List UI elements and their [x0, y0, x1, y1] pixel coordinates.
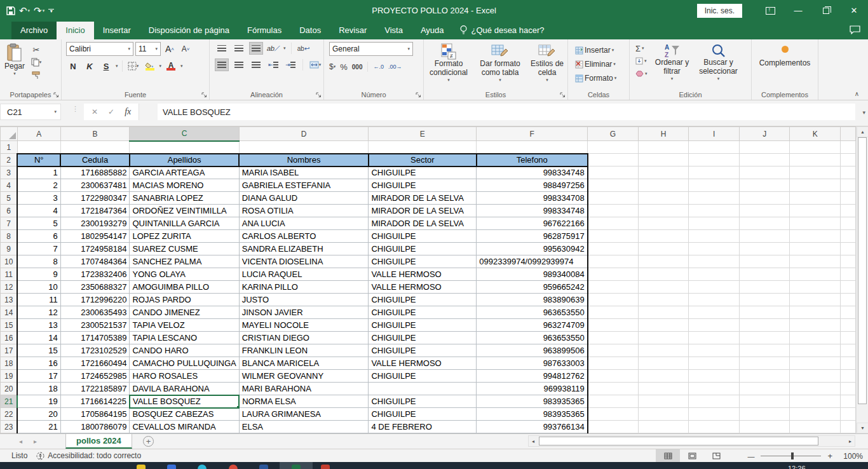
underline-button[interactable]: S [99, 60, 113, 72]
percent-format-icon[interactable]: % [340, 60, 348, 73]
cell-J3[interactable] [739, 167, 790, 179]
cell-K9[interactable] [790, 243, 841, 255]
cell-C5[interactable]: SANABRIA LOPEZ [130, 192, 239, 205]
cell-filler-13[interactable] [841, 294, 856, 306]
scroll-left-icon[interactable]: ◂ [529, 436, 538, 446]
cell-C9[interactable]: SUAREZ CUSME [130, 243, 239, 255]
cell-H10[interactable] [638, 255, 689, 268]
row-header-11[interactable]: 11 [1, 268, 18, 281]
row-header-9[interactable]: 9 [1, 243, 18, 255]
cell-filler-10[interactable] [841, 255, 856, 268]
row-header-17[interactable]: 17 [1, 344, 18, 357]
cell-C10[interactable]: SANCHEZ PALMA [130, 255, 239, 268]
cell-K1[interactable] [790, 141, 841, 154]
cell-A15[interactable]: 13 [17, 319, 60, 332]
cell-K21[interactable] [790, 395, 841, 408]
taskbar-app-icon[interactable] [137, 465, 146, 469]
cell-H6[interactable] [638, 205, 689, 217]
sheet-tab-pollos-2024[interactable]: pollos 2024 [65, 434, 132, 449]
cell-J10[interactable] [739, 255, 790, 268]
cell-J4[interactable] [739, 179, 790, 192]
cell-H5[interactable] [638, 192, 689, 205]
cell-A19[interactable]: 17 [17, 370, 60, 383]
cell-J18[interactable] [739, 357, 790, 370]
column-header-D[interactable]: D [239, 127, 369, 141]
cell-H11[interactable] [638, 268, 689, 281]
cell-K5[interactable] [790, 192, 841, 205]
cell-filler-21[interactable] [841, 395, 856, 408]
cell-G18[interactable] [588, 357, 639, 370]
cell-B20[interactable]: 1722185897 [60, 383, 130, 395]
cell-B4[interactable]: 2300637481 [60, 179, 130, 192]
cell-K18[interactable] [790, 357, 841, 370]
taskbar-app-icon[interactable] [259, 465, 268, 469]
row-header-7[interactable]: 7 [1, 217, 18, 230]
cell-filler-19[interactable] [841, 370, 856, 383]
cell-B5[interactable]: 1722980347 [60, 192, 130, 205]
cell-I12[interactable] [689, 281, 740, 294]
number-dialog-launcher-icon[interactable] [416, 92, 421, 98]
cell-J21[interactable] [739, 395, 790, 408]
cell-C18[interactable]: CAMACHO PULLUQUINGA [130, 357, 239, 370]
cell-I19[interactable] [689, 370, 740, 383]
cell-F1[interactable] [477, 141, 588, 154]
cell-filler-23[interactable] [841, 421, 856, 433]
row-header-22[interactable]: 22 [1, 408, 18, 421]
cell-E8[interactable]: CHIGUILPE [369, 230, 477, 243]
cell-H2[interactable] [638, 154, 689, 167]
wrap-text-icon[interactable]: ab↩ [297, 42, 311, 55]
column-header-C[interactable]: C [130, 127, 239, 141]
cell-D6[interactable]: ROSA OTILIA [239, 205, 369, 217]
cell-J14[interactable] [739, 306, 790, 319]
cell-B23[interactable]: 1800786079 [60, 421, 130, 433]
row-header-10[interactable]: 10 [1, 255, 18, 268]
cell-B12[interactable]: 2350688327 [60, 281, 130, 294]
cell-filler-1[interactable] [841, 141, 856, 154]
cell-B3[interactable]: 1716885882 [60, 167, 130, 179]
cell-D18[interactable]: BLANCA MARICELA [239, 357, 369, 370]
cell-filler-6[interactable] [841, 205, 856, 217]
cell-F9[interactable]: 995630942 [477, 243, 588, 255]
increase-font-icon[interactable]: A˄ [163, 43, 177, 55]
cell-J20[interactable] [739, 383, 790, 395]
align-left-icon[interactable] [215, 58, 229, 71]
cell-A5[interactable]: 3 [17, 192, 60, 205]
cell-F14[interactable]: 963653550 [477, 306, 588, 319]
fill-handle[interactable] [236, 405, 239, 408]
cell-D10[interactable]: VICENTA DIOSELINA [239, 255, 369, 268]
cell-filler-2[interactable] [841, 154, 856, 167]
cell-D14[interactable]: JINSON JAVIER [239, 306, 369, 319]
cell-H19[interactable] [638, 370, 689, 383]
cell-K4[interactable] [790, 179, 841, 192]
expand-formula-bar-icon[interactable]: ▾ [862, 109, 865, 116]
format-painter-icon[interactable] [29, 69, 43, 81]
name-box[interactable]: C21▾ [0, 104, 61, 120]
cell-J7[interactable] [739, 217, 790, 230]
cell-I9[interactable] [689, 243, 740, 255]
cell-D17[interactable]: FRANKLIN LEON [239, 344, 369, 357]
cell-E20[interactable] [369, 383, 477, 395]
column-header-I[interactable]: I [689, 127, 740, 141]
column-header-filler[interactable] [841, 127, 856, 141]
cell-filler-20[interactable] [841, 383, 856, 395]
cell-D4[interactable]: GABRIELA ESTEFANIA [239, 179, 369, 192]
font-size-select[interactable]: 11▾ [135, 42, 161, 56]
fill-color-icon[interactable]: ▾ [143, 60, 157, 72]
cell-filler-3[interactable] [841, 167, 856, 179]
cell-filler-4[interactable] [841, 179, 856, 192]
cell-A6[interactable]: 4 [17, 205, 60, 217]
cell-A23[interactable]: 21 [17, 421, 60, 433]
cell-G8[interactable] [588, 230, 639, 243]
normal-view-button[interactable] [656, 449, 680, 463]
cell-E19[interactable]: CHIGUILPE [369, 370, 477, 383]
cell-C22[interactable]: BOSQUEZ CABEZAS [130, 408, 239, 421]
font-dialog-launcher-icon[interactable] [201, 92, 207, 98]
cell-H12[interactable] [638, 281, 689, 294]
cell-G11[interactable] [588, 268, 639, 281]
column-header-F[interactable]: F [477, 127, 588, 141]
format-cells-button[interactable]: Formato▾ [573, 71, 629, 85]
cell-filler-5[interactable] [841, 192, 856, 205]
cell-I8[interactable] [689, 230, 740, 243]
column-header-G[interactable]: G [588, 127, 639, 141]
cell-F3[interactable]: 998334748 [477, 167, 588, 179]
